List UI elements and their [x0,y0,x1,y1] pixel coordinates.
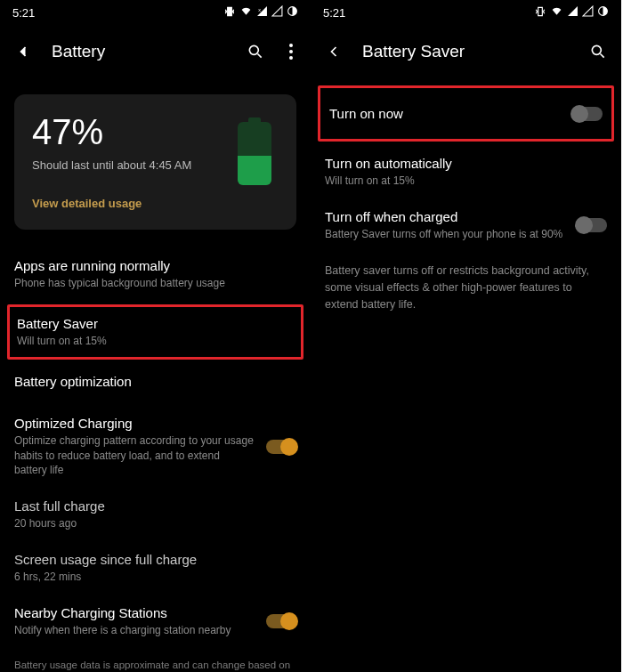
nearby-charging-item[interactable]: Nearby Charging Stations Notify when the… [14,595,296,648]
signal2-icon [271,5,283,20]
vibrate-icon [534,5,546,20]
item-label: Turn on now [329,106,560,121]
last-full-charge-item: Last full charge 20 hours ago [14,488,296,541]
status-bar: 5:21 x [0,0,311,25]
status-icons [534,5,609,20]
item-sub: 6 hrs, 22 mins [14,570,296,584]
item-label: Nearby Charging Stations [14,605,254,620]
turn-off-charged-item[interactable]: Turn off when charged Battery Saver turn… [325,198,607,252]
search-button[interactable] [245,41,266,62]
search-button[interactable] [587,41,609,62]
status-time: 5:21 [323,6,345,20]
battery-status-icon [287,5,298,20]
view-detailed-link[interactable]: View detailed usage [32,197,279,210]
svg-point-7 [592,45,601,54]
saver-info-text: Battery saver turns off or restricts bac… [325,252,607,323]
signal-icon [567,5,578,20]
apps-running-item[interactable]: Apps are running normally Phone has typi… [14,247,296,301]
item-label: Optimized Charging [14,416,254,431]
status-bar: 5:21 [311,0,621,25]
item-label: Battery optimization [14,374,296,389]
status-time: 5:21 [12,6,35,20]
header: Battery [0,25,311,78]
screen-usage-item: Screen usage since full charge 6 hrs, 22… [14,541,296,595]
battery-level-icon [238,117,271,185]
battery-status-icon [597,5,609,20]
nearby-charging-toggle[interactable] [266,614,296,628]
svg-point-2 [249,45,258,54]
item-label: Screen usage since full charge [14,552,296,567]
svg-point-3 [289,44,293,47]
item-sub: Optimize charging pattern according to y… [14,433,254,477]
wifi-icon [239,5,253,20]
svg-point-5 [289,56,293,60]
svg-text:x: x [258,7,261,12]
item-sub: Notify when there is a charging station … [14,623,254,637]
back-button[interactable] [12,41,34,62]
status-icons: x [223,5,298,20]
svg-point-4 [289,50,293,53]
signal-icon: x [256,5,268,20]
item-sub: Will turn on at 15% [325,174,607,188]
item-label: Turn off when charged [325,209,564,224]
item-label: Turn on automatically [325,156,607,171]
turn-on-auto-item[interactable]: Turn on automatically Will turn on at 15… [325,145,607,198]
item-sub: Battery Saver turns off when your phone … [325,227,564,241]
battery-saver-item[interactable]: Battery Saver Will turn on at 15% [7,304,303,360]
screen-battery-saver: 5:21 Battery Saver [311,0,621,672]
battery-card[interactable]: 47% Should last until about 4:45 AM View… [14,94,296,230]
page-title: Battery [52,42,227,61]
item-label: Last full charge [14,498,296,514]
signal2-icon [582,5,594,20]
turn-off-charged-toggle[interactable] [577,218,607,232]
item-sub: Phone has typical background battery usa… [14,276,296,290]
item-sub: Will turn on at 15% [17,334,294,348]
item-label: Apps are running normally [14,258,296,273]
back-button[interactable] [323,41,344,62]
vibrate-icon [223,5,236,20]
screen-battery: 5:21 x Battery [0,0,311,672]
header: Battery Saver [311,25,621,78]
item-label: Battery Saver [17,316,294,331]
more-button[interactable] [284,41,298,62]
optimized-charging-item[interactable]: Optimized Charging Optimize charging pat… [14,405,296,488]
battery-footnote: Battery usage data is approximate and ca… [14,658,296,673]
wifi-icon [550,5,563,20]
turn-on-now-toggle[interactable] [572,107,603,121]
item-sub: 20 hours ago [14,516,296,530]
page-title: Battery Saver [362,42,570,61]
turn-on-now-item[interactable]: Turn on now [318,85,614,142]
battery-optimization-item[interactable]: Battery optimization [14,363,296,400]
optimized-charging-toggle[interactable] [266,440,296,454]
